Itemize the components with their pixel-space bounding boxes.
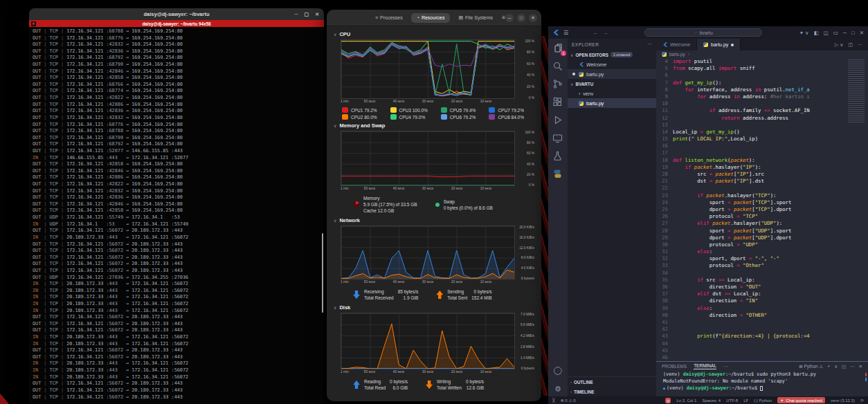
problems-status[interactable]: ⊗ 0 ⚠ 0 xyxy=(561,398,576,403)
layout-panel-icon[interactable]: ◫ xyxy=(824,30,829,36)
resources-icon: ◔ xyxy=(417,15,419,20)
command-center-search[interactable]: ◌ bvartu xyxy=(644,28,762,37)
line-number: 44 xyxy=(656,340,673,347)
tab-resources[interactable]: ◔Resources xyxy=(411,13,451,23)
terminal-tab-bar[interactable]: daisy@dj-sawyer: ~/bvartu 94x58 xyxy=(29,20,324,27)
line-number: 33 xyxy=(656,262,673,269)
tree-item-venv[interactable]: ›venv xyxy=(568,89,656,98)
tab-processes[interactable]: ≡Processes xyxy=(370,13,408,23)
language-mode[interactable]: { } Python xyxy=(754,398,772,403)
close-icon[interactable]: ✕ xyxy=(860,30,864,36)
timeline-section[interactable]: › TIMELINE xyxy=(568,387,656,396)
run-debug-icon[interactable] xyxy=(552,115,563,126)
more-actions-icon[interactable]: ⋯ xyxy=(850,364,855,369)
indentation-status[interactable]: Spaces: 4 xyxy=(702,398,721,403)
code-line: 27 elif packet.haslayer("UDP"): xyxy=(656,220,868,227)
vscode-titlebar[interactable]: ☰ ← → ◌ bvartu ✦ ∨◧◫▭─□✕ xyxy=(548,26,868,39)
folder-section[interactable]: ∨ BVARTU xyxy=(568,79,656,89)
maximize-icon[interactable]: □ xyxy=(517,14,525,22)
minimize-icon[interactable]: ─ xyxy=(505,14,514,22)
cpu-section-title[interactable]: ∨ CPU xyxy=(334,31,536,37)
tab-Welcome[interactable]: Welcome xyxy=(656,39,697,50)
nav-forward-icon[interactable]: → xyxy=(602,30,608,36)
code-line: 29 dport = packet["UDP"].dport xyxy=(656,235,868,241)
x-tick: 40 secs xyxy=(393,100,405,103)
more-actions-icon[interactable]: ⋯ xyxy=(723,364,728,369)
encoding-status[interactable]: UTF-8 xyxy=(726,398,738,403)
run-python-icon[interactable]: ▷ ∨ xyxy=(835,42,843,48)
testing-icon[interactable] xyxy=(552,151,563,162)
notifications-bell-icon[interactable]: ⟳ xyxy=(860,398,864,403)
split-editor-icon[interactable]: ◫ xyxy=(848,42,853,48)
source-control-icon[interactable] xyxy=(552,79,563,90)
remote-explorer-icon[interactable] xyxy=(552,133,563,144)
cpu-label: CPU3 100.0% xyxy=(399,108,428,113)
nav-back-icon[interactable]: ← xyxy=(593,30,598,36)
x-tick: 30 secs xyxy=(422,100,434,103)
disk-section-title[interactable]: ∨ Disk xyxy=(334,304,536,311)
search-icon[interactable] xyxy=(552,61,563,72)
close-panel-icon[interactable]: ✕ xyxy=(859,364,862,369)
terminal-scrollbar[interactable] xyxy=(322,233,323,313)
close-icon[interactable]: ✕ xyxy=(529,14,537,22)
minimap[interactable] xyxy=(848,59,865,123)
close-icon[interactable]: ✕ xyxy=(315,12,319,17)
panel-tab-terminal[interactable]: TERMINAL xyxy=(694,363,716,369)
python-extension-icon[interactable] xyxy=(552,169,563,180)
hamburger-menu-icon[interactable]: ☰ xyxy=(563,30,568,36)
maximize-icon[interactable]: □ xyxy=(851,30,855,36)
outline-section[interactable]: › OUTLINE xyxy=(568,377,656,387)
copilot-icon[interactable]: ✦ ∨ xyxy=(799,30,809,36)
more-actions-icon[interactable]: ⋯ xyxy=(647,42,652,47)
terminal-cursor xyxy=(760,386,763,391)
explorer-icon[interactable]: 1 xyxy=(552,43,563,54)
integrated-terminal[interactable]: (venv) daisy@dj-sawyer:~/bvartu$ sudo py… xyxy=(656,371,868,392)
panel-tab-problems[interactable]: PROBLEMS xyxy=(662,364,687,369)
gear-icon[interactable]: ⚙ xyxy=(554,385,561,394)
code-editor[interactable]: 4import psutil5from scapy.all import sni… xyxy=(656,58,868,361)
code-line: 41 xyxy=(656,319,868,326)
python-terminal-label[interactable]: ⊞ Python ⚠ xyxy=(799,364,823,369)
terminal-titlebar[interactable]: daisy@dj-sawyer: ~/bvartu ─ ▢ ✕ xyxy=(29,8,324,20)
memory-section-title[interactable]: ∨ Memory and Swap xyxy=(334,122,536,129)
terminal-dropdown-icon[interactable]: ∨ xyxy=(834,364,838,369)
chevron-down-icon: ∨ xyxy=(570,82,573,86)
split-terminal-icon[interactable]: ◫ xyxy=(842,364,846,369)
legend-swatch xyxy=(390,107,397,113)
status-alert-badge[interactable]: ◎ xyxy=(665,398,671,403)
tab-file-systems[interactable]: ▤File Systems xyxy=(453,13,498,23)
terminal-line: OUT | TCP | 172.16.34.121 :42846 → 169.2… xyxy=(33,201,324,208)
layout-sidebar-icon[interactable]: ◧ xyxy=(814,30,819,36)
eol-status[interactable]: LF xyxy=(743,398,748,403)
open-editor-item[interactable]: bartu.py xyxy=(568,69,656,79)
terminal-line: OUT | TCP | 172.16.34.121 :56072 → 20.18… xyxy=(33,347,324,354)
minimize-icon[interactable]: ─ xyxy=(843,30,847,36)
code-line: 11 if address.family == socket.AF_IN xyxy=(656,107,868,114)
open-editor-item[interactable]: Welcome xyxy=(568,59,656,69)
minimize-icon[interactable]: ─ xyxy=(295,12,298,17)
tab-bartu-py[interactable]: bartu.py xyxy=(697,39,741,50)
terminal-line: IN | UDP | 172.16.34.1 :53 → 172.16.34.1… xyxy=(33,221,324,228)
terminal-line: IN | TCP | 146.66.155.85 :443 → 172.16.3… xyxy=(33,155,324,162)
new-terminal-icon[interactable]: + xyxy=(827,364,830,369)
python-env-status[interactable]: venv (3.12.3) xyxy=(831,398,855,403)
maximize-icon[interactable]: ▢ xyxy=(305,12,309,17)
breadcrumb[interactable]: bartu.py › xyxy=(656,50,868,58)
network-section-title[interactable]: ∨ Network xyxy=(334,217,536,223)
open-editors-section[interactable]: ∨ OPEN EDITORS 1 unsaved xyxy=(568,50,656,59)
terminal-line: OUT | TCP | 172.16.34.121 :56072 → 20.18… xyxy=(33,321,324,328)
chat-quota-badge[interactable]: ✦Chat quota reached xyxy=(777,397,825,403)
more-actions-icon[interactable]: ⋯ xyxy=(858,42,862,48)
extensions-icon[interactable] xyxy=(552,97,563,108)
tree-item-bartu-py[interactable]: bartu.py xyxy=(568,98,656,108)
layout-secondary-icon[interactable]: ▭ xyxy=(833,30,838,36)
x-tick: 20 secs xyxy=(451,370,463,374)
accounts-icon[interactable]: ◯ xyxy=(554,366,562,375)
receiving-legend-item: Receiving Total Received 85 bytes/s 1.9 … xyxy=(353,288,418,301)
y-tick: 0 % xyxy=(529,96,534,100)
read-arrow-icon xyxy=(353,380,360,389)
y-tick: 0 bytes/s xyxy=(521,367,534,370)
status-bar: ╳ ⊗ 0 ⚠ 0 ◎Ln 2, Col 1Spaces: 4UTF-8LF{ … xyxy=(548,396,868,404)
cursor-position[interactable]: Ln 2, Col 1 xyxy=(676,398,696,403)
remote-indicator[interactable]: ╳ xyxy=(552,398,555,403)
